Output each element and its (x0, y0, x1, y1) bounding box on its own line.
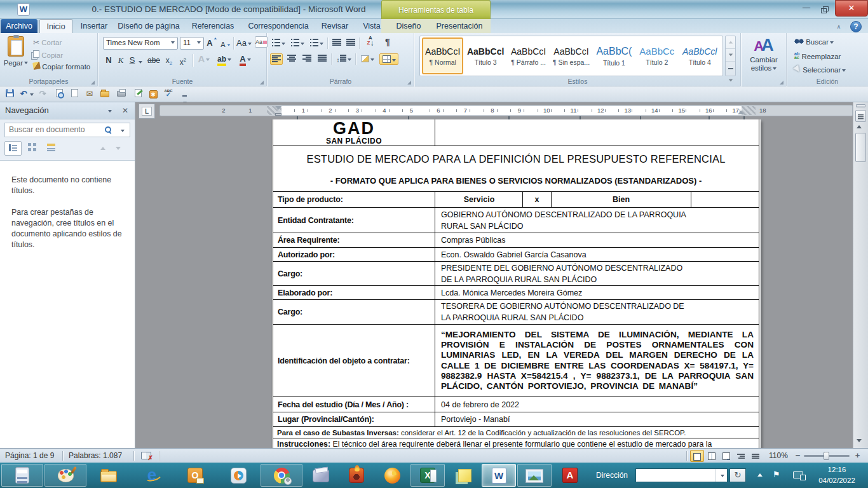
title-bar[interactable]: W 0.- ESTUDIO DE MERCADO [Modo de compat… (0, 0, 868, 19)
increase-indent-button[interactable] (345, 37, 356, 49)
address-dropdown-arrow[interactable] (715, 469, 727, 482)
subscript-button[interactable]: x2 (163, 54, 175, 67)
table-row-note-subastas[interactable]: Para el caso de Subastas Inversas: consi… (273, 427, 759, 438)
grow-font-button[interactable]: A (207, 37, 218, 50)
qat-redo-button[interactable]: ↷ (37, 89, 48, 100)
tab-archivo[interactable]: Archivo (1, 19, 37, 33)
align-center-button[interactable] (285, 53, 298, 65)
address-input[interactable] (635, 468, 728, 482)
paste-button[interactable]: Pegar (3, 36, 29, 68)
table-row-lugar[interactable]: Lugar (Provincial/Cantón): Portoviejo - … (273, 412, 759, 427)
table-row-entidad[interactable]: Entidad Contratante: GOBIERNO AUTÓNOMO D… (273, 208, 759, 233)
align-left-button[interactable] (270, 53, 283, 65)
bullets-button[interactable] (271, 37, 285, 49)
table-row-autorizado[interactable]: Autorizado por: Econ. Oswaldo Gabriel Ga… (273, 248, 759, 262)
styles-scroll-down-button[interactable] (726, 49, 735, 62)
view-outline-button[interactable] (734, 450, 748, 462)
decrease-indent-button[interactable] (331, 37, 342, 49)
table-row-area[interactable]: Área Requirente: Compras Públicas (273, 233, 759, 248)
navigation-pane-menu-arrow[interactable] (108, 110, 112, 112)
scroll-down-button[interactable] (857, 439, 862, 442)
nav-tab-headings[interactable] (4, 141, 22, 156)
tab-insertar[interactable]: Insertar (74, 19, 114, 33)
styles-scroll-up-button[interactable] (726, 36, 735, 49)
taskbar-sticky-notes-button[interactable] (446, 464, 480, 487)
address-go-button[interactable]: ↻ (729, 468, 746, 482)
qat-open-button[interactable] (99, 89, 111, 100)
search-dropdown-arrow[interactable] (121, 130, 125, 132)
tab-presentacion-tabla[interactable]: Presentación (430, 19, 489, 33)
proofing-status-icon[interactable]: ✗ (141, 452, 151, 459)
clear-formatting-button[interactable]: Aa (255, 36, 268, 48)
change-styles-button[interactable]: AA Cambiar estilos (741, 36, 787, 72)
line-spacing-button[interactable]: ↕ (335, 53, 353, 65)
taskbar-calculator-button[interactable] (1, 464, 43, 487)
minimize-button[interactable]: — (797, 3, 815, 14)
scroll-up-button[interactable] (857, 125, 862, 128)
right-indent-marker[interactable] (738, 111, 744, 114)
format-painter-button[interactable]: Copiar formato (33, 62, 90, 71)
close-button[interactable]: ✕ (835, 0, 868, 17)
taskbar-excel-button[interactable]: X (410, 464, 445, 487)
nav-search-input[interactable]: Buscar en documento (4, 123, 130, 137)
status-page-count[interactable]: Página: 1 de 9 (5, 451, 54, 460)
sort-button[interactable]: AZ↓ (363, 36, 378, 47)
taskbar-paint-button[interactable] (44, 464, 86, 487)
action-center-flag-icon[interactable]: ⚑ (773, 470, 780, 479)
tab-inicio[interactable]: Inicio (39, 19, 72, 33)
align-right-button[interactable] (301, 53, 313, 65)
select-button[interactable]: Seleccionar (794, 66, 846, 74)
qat-new-button[interactable] (69, 89, 80, 100)
nav-tab-pages[interactable] (24, 141, 41, 156)
change-case-button[interactable]: Aa (236, 37, 252, 50)
tray-expand-icon[interactable] (757, 473, 763, 477)
help-icon[interactable]: ? (850, 21, 862, 32)
font-color-button[interactable]: A (237, 53, 254, 65)
font-size-select[interactable]: 11 (180, 37, 204, 50)
style-card-t-tulo-1[interactable]: AaBbC(Título 1 (593, 37, 635, 74)
qat-edit-button[interactable] (132, 89, 144, 100)
taskbar-autocad-button[interactable]: A (553, 464, 587, 487)
bold-button[interactable]: N (104, 54, 114, 67)
taskbar-file-explorer-button[interactable] (88, 464, 130, 487)
style-card--normal[interactable]: AaBbCcI¶ Normal (422, 37, 463, 74)
view-web-button[interactable] (719, 450, 733, 462)
table-row-fecha[interactable]: Fecha del estudio (Día / Mes / Año) : 04… (273, 397, 759, 412)
tab-vista[interactable]: Vista (356, 19, 387, 33)
nav-tab-results[interactable] (43, 141, 60, 156)
navigation-pane-close-icon[interactable]: ✕ (122, 102, 128, 119)
zoom-level[interactable]: 110% (769, 451, 788, 460)
ruler-toggle-button[interactable] (855, 110, 866, 122)
justify-button[interactable] (316, 53, 329, 65)
styles-more-button[interactable] (726, 62, 735, 74)
word-app-icon[interactable]: W (17, 3, 30, 16)
tab-correspondencia[interactable]: Correspondencia (243, 19, 313, 33)
highlight-button[interactable]: ab (215, 53, 233, 65)
vertical-scrollbar[interactable] (853, 102, 868, 448)
font-dialog-launcher[interactable] (260, 81, 264, 85)
zoom-out-button[interactable]: − (793, 451, 803, 461)
taskbar-outlook-button[interactable]: O (174, 464, 216, 487)
nav-next-button[interactable] (116, 147, 121, 150)
table-row-cargo-tesorera[interactable]: Cargo: TESORERA DE GOBIERNO AUTÓNOMO DES… (273, 300, 759, 325)
qat-quick-print-button[interactable] (116, 89, 127, 100)
strikethrough-button[interactable]: abe (146, 54, 162, 67)
network-icon[interactable] (793, 471, 803, 478)
taskbar-scanner-button[interactable] (304, 464, 338, 487)
document-page[interactable]: GAD SAN PLÁCIDO ESTUDIO DE MERCADO PARA … (272, 119, 761, 448)
show-marks-button[interactable]: ¶ (382, 36, 393, 48)
taskbar-internet-explorer-button[interactable]: e (131, 464, 173, 487)
shading-button[interactable] (359, 53, 376, 65)
search-icon[interactable] (105, 126, 112, 133)
zoom-slider-thumb[interactable] (824, 452, 829, 460)
table-row-cargo-presidente[interactable]: Cargo: PRESIDENTE DEL GOBIERNO AUTÓNOMO … (273, 262, 759, 286)
table-row-elaborado[interactable]: Elaborado por: Lcda. Mónica Mercedes Mor… (273, 286, 759, 300)
shrink-font-button[interactable]: A (220, 38, 231, 51)
qat-undo-dropdown[interactable] (28, 89, 34, 100)
tray-clock[interactable]: 12:16 04/02/2022 (810, 464, 864, 486)
tab-diseno-tabla[interactable]: Diseño (390, 19, 427, 33)
taskbar-word-button[interactable]: W (482, 464, 516, 487)
taskbar-cd-burner-button[interactable] (339, 464, 374, 487)
numbering-button[interactable] (290, 37, 304, 49)
view-reading-button[interactable] (705, 450, 719, 462)
